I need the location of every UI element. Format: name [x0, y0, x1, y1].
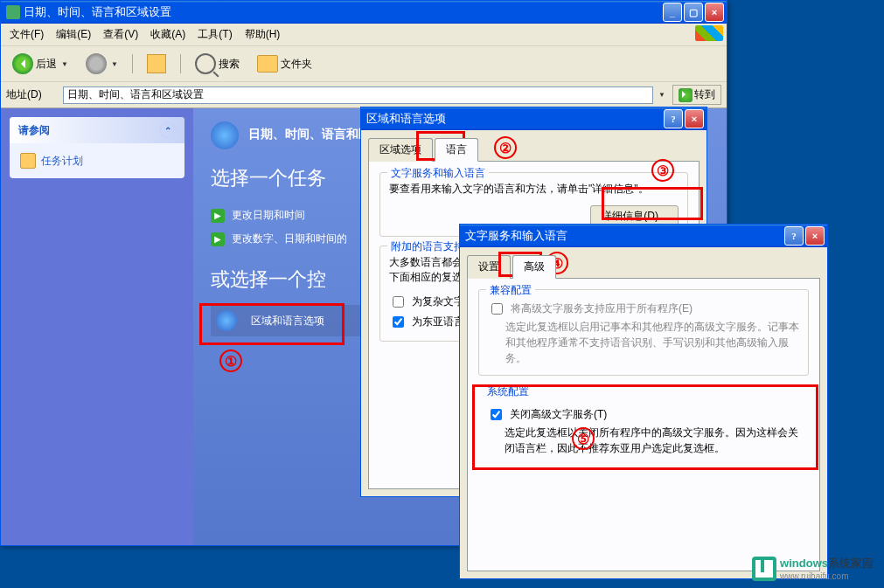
- system-config-group: 系统配置 关闭高级文字服务(T) 选定此复选框以关闭所有程序中的高级文字服务。因…: [478, 384, 809, 465]
- menu-help[interactable]: 帮助(H): [240, 25, 286, 44]
- back-button[interactable]: 后退 ▼: [6, 50, 74, 78]
- back-label: 后退: [36, 57, 57, 72]
- checkbox-description: 选定此复选框以启用记事本和其他程序的高级文字服务。记事本和其他程序通常不支持语音…: [505, 319, 799, 366]
- checkbox-input[interactable]: [393, 296, 404, 308]
- forward-button[interactable]: ▼: [80, 50, 124, 78]
- address-icon: [45, 88, 59, 102]
- task-label: 更改数字、日期和时间的: [232, 232, 347, 246]
- help-button[interactable]: ?: [664, 109, 683, 128]
- chevron-down-icon[interactable]: ▼: [658, 91, 665, 99]
- checkbox-label: 将高级文字服务支持应用于所有程序(E): [511, 301, 693, 316]
- watermark-brand: windows: [780, 557, 828, 570]
- go-label: 转到: [694, 87, 715, 102]
- close-button[interactable]: ×: [805, 226, 825, 246]
- go-button[interactable]: 转到: [672, 85, 721, 105]
- dialog1-titlebar: 区域和语言选项 ? ×: [361, 107, 707, 130]
- search-button[interactable]: 搜索: [189, 50, 246, 78]
- sidebar-item-tasks[interactable]: 任务计划: [20, 150, 174, 171]
- help-button[interactable]: ?: [784, 226, 804, 246]
- menu-favorites[interactable]: 收藏(A): [145, 25, 191, 44]
- address-input[interactable]: [63, 86, 653, 104]
- checkbox-label: 关闭高级文字服务(T): [510, 407, 607, 422]
- turn-off-advanced-checkbox[interactable]: 关闭高级文字服务(T): [487, 405, 800, 425]
- arrow-icon: ▶: [211, 209, 225, 223]
- dialog1-title: 区域和语言选项: [366, 111, 664, 127]
- scheduled-tasks-icon: [20, 153, 36, 169]
- see-also-box: 请参阅 ⌃ 任务计划: [10, 117, 184, 178]
- tab-languages[interactable]: 语言: [435, 138, 478, 162]
- folder-up-icon: [147, 54, 166, 73]
- tab-regional-options[interactable]: 区域选项: [368, 138, 433, 162]
- compat-config-group: 兼容配置 将高级文字服务支持应用于所有程序(E) 选定此复选框以启用记事本和其他…: [478, 289, 809, 376]
- tab-advanced[interactable]: 高级: [512, 255, 556, 279]
- checkbox-description: 选定此复选框以关闭所有程序中的高级文字服务。因为这样会关闭语言栏，因此不推荐东亚…: [505, 425, 800, 456]
- windows-flag-icon: [695, 25, 723, 41]
- up-button[interactable]: [141, 51, 172, 77]
- address-bar: 地址(D) ▼ 转到: [1, 82, 727, 108]
- apply-all-programs-checkbox[interactable]: 将高级文字服务支持应用于所有程序(E): [488, 299, 799, 319]
- see-also-header[interactable]: 请参阅 ⌃: [10, 117, 184, 143]
- group-text: 要查看用来输入文字的语言和方法，请单击"详细信息"。: [389, 182, 679, 197]
- address-label: 地址(D): [6, 87, 42, 102]
- watermark-url: www.ruihaifu.com: [780, 571, 874, 581]
- go-icon: [679, 88, 693, 102]
- menubar: 文件(F) 编辑(E) 查看(V) 收藏(A) 工具(T) 帮助(H): [1, 24, 727, 46]
- globe-clock-icon: [211, 121, 239, 149]
- annotation-marker-1: ①: [219, 349, 242, 372]
- folders-button[interactable]: 文件夹: [251, 52, 318, 76]
- watermark-icon: [752, 557, 776, 581]
- explorer-titlebar: 日期、时间、语言和区域设置 _ ▢ ×: [1, 1, 727, 24]
- menu-edit[interactable]: 编辑(E): [51, 25, 96, 44]
- dialog2-titlebar: 文字服务和输入语言 ? ×: [460, 225, 827, 247]
- checkbox-input[interactable]: [491, 409, 502, 420]
- close-button[interactable]: ×: [685, 109, 704, 128]
- group-title: 兼容配置: [486, 283, 535, 298]
- back-icon: [12, 53, 33, 74]
- menu-view[interactable]: 查看(V): [98, 25, 143, 44]
- forward-icon: [86, 53, 107, 74]
- menu-file[interactable]: 文件(F): [4, 25, 49, 44]
- group-title: 系统配置: [487, 384, 800, 399]
- watermark-suffix: 系统家园: [828, 557, 874, 570]
- side-panel: 请参阅 ⌃ 任务计划: [1, 108, 193, 545]
- menu-tools[interactable]: 工具(T): [192, 25, 237, 44]
- globe-icon: [216, 310, 237, 331]
- dialog2-tabs: 设置 高级: [467, 254, 820, 279]
- group-title: 附加的语言支持: [387, 239, 468, 254]
- task-label: 区域和语言选项: [251, 314, 324, 329]
- text-services-dialog: 文字服务和输入语言 ? × 设置 高级 兼容配置 将高级文字服务支持应用于所有程…: [459, 224, 828, 579]
- chevron-down-icon: ▼: [111, 60, 118, 68]
- minimize-button[interactable]: _: [663, 3, 682, 22]
- chevron-down-icon: ▼: [61, 60, 68, 68]
- folder-icon: [257, 55, 278, 73]
- control-panel-icon: [6, 5, 20, 19]
- watermark: windows系统家园 www.ruihaifu.com: [752, 556, 874, 581]
- panel-header: 日期、时间、语言和区: [248, 127, 371, 141]
- dialog1-tabs: 区域选项 语言: [368, 137, 700, 162]
- see-also-title: 请参阅: [18, 123, 50, 138]
- separator: [132, 54, 133, 73]
- annotation-marker-5: ⑤: [572, 427, 595, 450]
- group-title: 文字服务和输入语言: [387, 166, 489, 181]
- tab-settings[interactable]: 设置: [467, 255, 511, 279]
- task-label: 更改日期和时间: [232, 208, 305, 223]
- close-button[interactable]: ×: [705, 3, 724, 22]
- toolbar: 后退 ▼ ▼ 搜索 文件夹: [1, 46, 727, 82]
- annotation-marker-3: ③: [651, 159, 674, 182]
- maximize-button[interactable]: ▢: [684, 3, 703, 22]
- sidebar-item-label: 任务计划: [41, 154, 83, 169]
- dialog2-content: 兼容配置 将高级文字服务支持应用于所有程序(E) 选定此复选框以启用记事本和其他…: [467, 278, 820, 571]
- checkbox-input[interactable]: [393, 316, 404, 328]
- separator: [180, 54, 181, 73]
- window-title: 日期、时间、语言和区域设置: [24, 4, 663, 20]
- search-label: 搜索: [219, 57, 240, 72]
- arrow-icon: ▶: [211, 232, 225, 246]
- dialog2-title: 文字服务和输入语言: [465, 228, 784, 244]
- annotation-marker-2: ②: [494, 136, 517, 159]
- chevron-up-icon: ⌃: [160, 122, 176, 138]
- search-icon: [195, 53, 216, 74]
- folders-label: 文件夹: [281, 57, 312, 72]
- checkbox-input[interactable]: [491, 303, 503, 315]
